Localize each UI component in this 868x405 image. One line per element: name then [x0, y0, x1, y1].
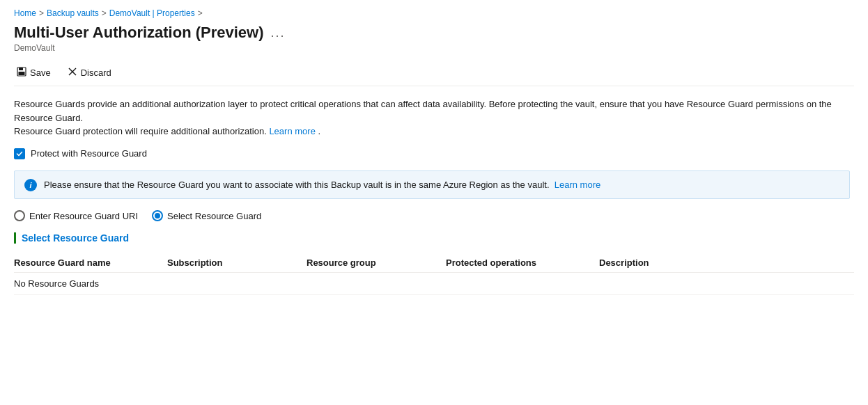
- section-header: Select Resource Guard: [14, 232, 854, 244]
- description-learn-more-link[interactable]: Learn more: [269, 126, 315, 136]
- radio-group: Enter Resource Guard URI Select Resource…: [14, 210, 854, 221]
- info-banner-text: Please ensure that the Resource Guard yo…: [44, 178, 600, 192]
- breadcrumb: Home > Backup vaults > DemoVault | Prope…: [14, 8, 854, 18]
- page-title-row: Multi-User Authorization (Preview) ...: [14, 24, 854, 42]
- radio-select-outer[interactable]: [152, 210, 163, 221]
- table-header: Resource Guard name Subscription Resourc…: [14, 253, 854, 273]
- col-header-subscription: Subscription: [167, 253, 307, 273]
- col-header-resource-group: Resource group: [307, 253, 446, 273]
- radio-uri[interactable]: Enter Resource Guard URI: [14, 210, 138, 221]
- protect-checkbox[interactable]: [14, 148, 25, 159]
- toolbar: Save Discard: [14, 60, 854, 86]
- resource-guard-table: Resource Guard name Subscription Resourc…: [14, 253, 854, 295]
- discard-icon: [68, 67, 77, 79]
- save-icon: [17, 67, 26, 79]
- info-banner: i Please ensure that the Resource Guard …: [14, 170, 850, 200]
- col-header-description: Description: [599, 253, 854, 273]
- col-header-protected-ops: Protected operations: [446, 253, 599, 273]
- info-icon: i: [24, 179, 37, 191]
- breadcrumb-home[interactable]: Home: [14, 8, 36, 18]
- save-button[interactable]: Save: [14, 65, 54, 80]
- discard-label: Discard: [81, 68, 111, 78]
- info-banner-learn-more-link[interactable]: Learn more: [555, 180, 600, 190]
- radio-select-inner: [155, 213, 160, 219]
- section-header-text: Select Resource Guard: [22, 232, 129, 244]
- more-options-icon[interactable]: ...: [271, 26, 286, 40]
- col-header-name: Resource Guard name: [14, 253, 167, 273]
- protect-checkbox-label: Protect with Resource Guard: [31, 148, 147, 159]
- protect-checkbox-row[interactable]: Protect with Resource Guard: [14, 148, 854, 159]
- vault-name: DemoVault: [14, 43, 854, 53]
- save-label: Save: [30, 68, 51, 78]
- radio-uri-label: Enter Resource Guard URI: [29, 211, 138, 221]
- radio-select-label: Select Resource Guard: [167, 211, 261, 221]
- radio-select[interactable]: Select Resource Guard: [152, 210, 261, 221]
- table-empty-row: No Resource Guards: [14, 273, 854, 295]
- discard-button[interactable]: Discard: [65, 65, 114, 80]
- svg-rect-2: [19, 72, 25, 75]
- svg-rect-1: [19, 68, 23, 70]
- table-body: No Resource Guards: [14, 273, 854, 295]
- table-empty-message: No Resource Guards: [14, 273, 854, 295]
- page-title: Multi-User Authorization (Preview): [14, 24, 264, 42]
- breadcrumb-backup-vaults[interactable]: Backup vaults: [47, 8, 99, 18]
- description-text: Resource Guards provide an additional au…: [14, 97, 850, 138]
- radio-uri-outer[interactable]: [14, 210, 25, 221]
- breadcrumb-vault-properties[interactable]: DemoVault | Properties: [109, 8, 195, 18]
